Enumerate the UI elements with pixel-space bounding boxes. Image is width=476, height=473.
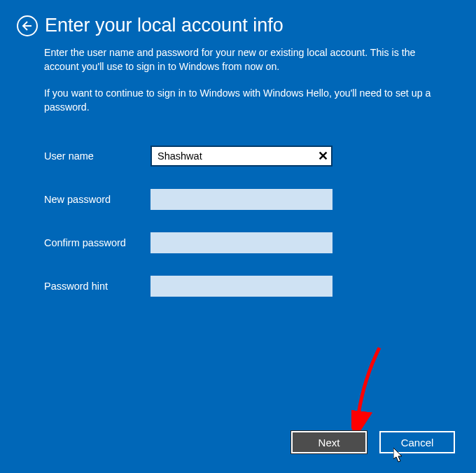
content-area: Enter the user name and password for you… <box>0 42 476 297</box>
username-input-wrap: ✕ <box>150 146 332 167</box>
clear-input-icon[interactable]: ✕ <box>318 150 328 162</box>
confirmpassword-label: Confirm password <box>44 237 150 248</box>
username-input[interactable] <box>150 146 332 167</box>
account-form: User name ✕ New password Confirm passwor… <box>44 146 432 297</box>
username-row: User name ✕ <box>44 146 432 167</box>
newpassword-row: New password <box>44 189 432 210</box>
newpassword-input[interactable] <box>150 189 332 210</box>
newpassword-label: New password <box>44 194 150 205</box>
annotation-arrow <box>351 344 393 435</box>
passwordhint-input-wrap <box>150 276 332 297</box>
page-title: Enter your local account info <box>45 15 284 36</box>
description-paragraph-1: Enter the user name and password for you… <box>44 46 432 74</box>
confirmpassword-row: Confirm password <box>44 232 432 253</box>
next-button[interactable]: Next <box>291 431 367 453</box>
passwordhint-row: Password hint <box>44 276 432 297</box>
passwordhint-label: Password hint <box>44 281 150 292</box>
confirmpassword-input[interactable] <box>150 232 332 253</box>
newpassword-input-wrap <box>150 189 332 210</box>
cancel-button[interactable]: Cancel <box>379 431 455 453</box>
page-header: Enter your local account info <box>0 0 476 42</box>
footer-buttons: Next Cancel <box>291 431 455 453</box>
passwordhint-input[interactable] <box>150 276 332 297</box>
back-button[interactable] <box>17 15 38 36</box>
arrow-left-icon <box>22 20 33 31</box>
confirmpassword-input-wrap <box>150 232 332 253</box>
username-label: User name <box>44 150 150 162</box>
description-paragraph-2: If you want to continue to sign in to Wi… <box>44 87 432 115</box>
